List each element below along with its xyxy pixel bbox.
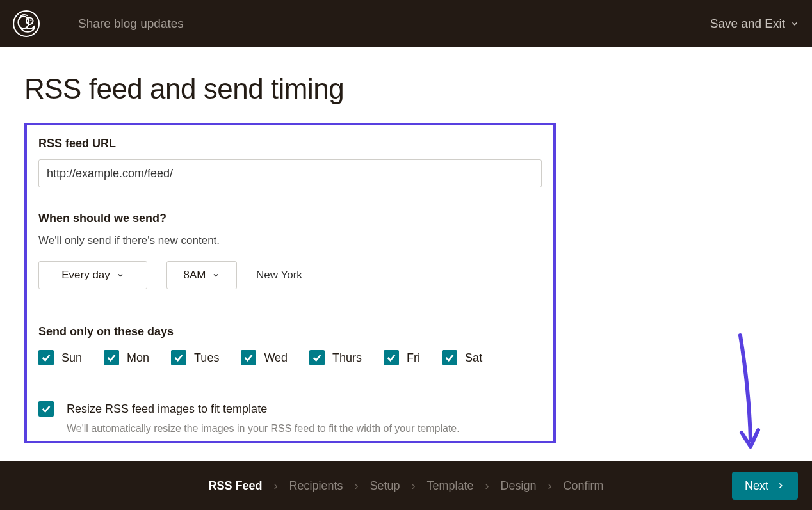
checkbox-sun[interactable] [38,350,54,365]
day-sat[interactable]: Sat [442,350,482,365]
checkbox-resize[interactable] [38,401,54,417]
day-label: Wed [264,351,288,365]
chevron-down-icon [790,19,799,28]
day-label: Thurs [332,351,362,365]
rss-url-input[interactable] [38,159,542,187]
day-tues[interactable]: Tues [171,350,219,365]
schedule-controls: Every day 8AM New York [38,261,542,289]
chevron-right-icon: › [354,479,358,493]
mailchimp-logo[interactable] [13,10,40,37]
topbar-left: Share blog updates [13,10,184,37]
time-select[interactable]: 8AM [166,261,237,289]
checkbox-mon[interactable] [104,350,119,365]
chevron-right-icon: › [485,479,489,493]
checkbox-fri[interactable] [384,350,399,365]
days-label: Send only on these days [38,325,542,339]
step-rss-feed[interactable]: RSS Feed [208,479,262,493]
step-template[interactable]: Template [427,479,474,493]
checkbox-wed[interactable] [241,350,256,365]
chevron-right-icon: › [273,479,277,493]
frequency-select[interactable]: Every day [38,261,147,289]
day-label: Sun [61,351,82,365]
day-thurs[interactable]: Thurs [309,350,362,365]
save-and-exit-button[interactable]: Save and Exit [710,17,799,31]
main-content: RSS feed and send timing RSS feed URL Wh… [0,47,812,443]
svg-point-2 [26,18,33,25]
day-fri[interactable]: Fri [384,350,420,365]
step-confirm[interactable]: Confirm [564,479,604,493]
next-button[interactable]: Next [732,472,798,500]
timezone-label: New York [256,269,302,282]
top-bar: Share blog updates Save and Exit [0,0,812,47]
schedule-label: When should we send? [38,212,542,225]
wizard-steps: RSS Feed › Recipients › Setup › Template… [208,479,603,493]
day-label: Sat [465,351,482,365]
day-label: Fri [407,351,420,365]
checkbox-thurs[interactable] [309,350,325,365]
time-value: 8AM [184,269,206,282]
next-label: Next [745,479,768,493]
resize-label: Resize RSS feed images to fit template [67,402,267,416]
step-recipients[interactable]: Recipients [289,479,343,493]
save-exit-label: Save and Exit [710,17,785,31]
day-sun[interactable]: Sun [38,350,82,365]
day-label: Mon [127,351,149,365]
chevron-right-icon [776,481,785,490]
day-label: Tues [194,351,219,365]
day-mon[interactable]: Mon [104,350,149,365]
checkbox-tues[interactable] [171,350,186,365]
svg-point-3 [28,19,30,21]
schedule-hint: We'll only send if there's new content. [38,234,542,247]
frequency-value: Every day [61,269,110,282]
step-setup[interactable]: Setup [369,479,400,493]
svg-point-4 [30,19,32,21]
resize-checkbox-row[interactable]: Resize RSS feed images to fit template [38,401,542,417]
footer-bar: RSS Feed › Recipients › Setup › Template… [0,461,812,510]
chevron-down-icon [117,271,124,279]
day-wed[interactable]: Wed [241,350,288,365]
chevron-right-icon: › [548,479,552,493]
campaign-name[interactable]: Share blog updates [78,17,184,31]
checkbox-sat[interactable] [442,350,457,365]
step-design[interactable]: Design [501,479,537,493]
chevron-right-icon: › [412,479,416,493]
chevron-down-icon [212,271,220,279]
page-title: RSS feed and send timing [24,73,788,105]
resize-description: We'll automatically resize the images in… [67,423,542,434]
highlighted-form-area: RSS feed URL When should we send? We'll … [24,123,556,443]
days-row: Sun Mon Tues Wed Thurs Fri [38,350,542,365]
rss-url-label: RSS feed URL [38,137,542,150]
resize-option: Resize RSS feed images to fit template W… [38,401,542,434]
